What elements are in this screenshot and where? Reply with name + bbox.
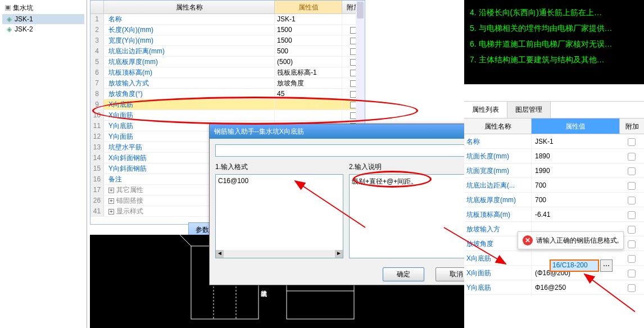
tree-root[interactable]: 集水坑 [2,2,84,14]
property-row[interactable]: 坑底板厚度(mm)700 [464,193,644,207]
property-row[interactable]: 4坑底出边距离(mm)500 [90,46,365,57]
editing-cell[interactable]: 16/C18-200 [550,259,599,272]
checkbox[interactable] [628,153,636,161]
note-line: 7. 主体结构施工要建筑与结构及其他… [470,52,638,67]
property-row[interactable]: 坑面长度(mm)1890 [464,149,644,163]
property-row[interactable]: 9X向底筋 [90,99,365,110]
property-row[interactable]: 5坑底板厚度(mm)(500) [90,57,365,67]
checkbox[interactable] [628,167,636,175]
error-tooltip: ✕ 请输入正确的钢筋信息格式, [518,231,624,249]
tab-properties[interactable]: 属性列表 [464,102,507,118]
property-row[interactable]: 7放坡输入方式放坡角度 [90,78,365,89]
col-name-header: 属性名称 [104,1,275,13]
format-item[interactable]: C16@100 [218,177,341,185]
checkbox[interactable] [628,255,636,263]
ok-button[interactable]: 确定 [383,267,424,281]
note-line: 5. 与电梯相关的埋件均由电梯厂家提供… [470,20,638,36]
property-row[interactable]: 2长度(X向)(mm)1500 [90,25,365,35]
rebar-input-field[interactable] [215,144,477,157]
svg-line-1 [180,235,191,246]
property-row[interactable]: 8放坡角度(°)45 [90,89,365,99]
component-tree: 集水坑 JSK-1 JSK-2 [0,0,87,328]
tab-layers[interactable]: 图层管理 [507,102,551,118]
input-format-list[interactable]: C16@100 ◄► [215,174,343,258]
property-row[interactable]: 6坑板顶标高(m)筏板底标高-1 [90,67,365,78]
desc-item: 级别+直径+@+间距。 [352,177,474,186]
checkbox[interactable] [628,284,636,292]
checkbox[interactable] [628,270,636,277]
col-value-header: 属性值 [532,119,619,134]
tree-item-jsk1[interactable]: JSK-1 [2,14,84,24]
checkbox[interactable] [628,138,636,146]
error-icon: ✕ [523,235,533,245]
svg-text:坑底大半径: 坑底大半径 [261,290,268,297]
dialog-titlebar[interactable]: 钢筋输入助手--集水坑X向底筋 ✕ [210,124,483,139]
property-row[interactable]: 名称JSK-1 [464,134,644,149]
checkbox[interactable] [628,211,636,219]
col-value-header: 属性值 [275,1,342,13]
property-row[interactable]: 坑面宽度(mm)1990 [464,163,644,178]
checkbox[interactable] [628,226,636,234]
cad-notes-panel: 4. 沿楼长向(东西向)通长筋上筋在上… 5. 与电梯相关的埋件均由电梯厂家提供… [464,0,644,84]
checkbox[interactable] [628,197,636,204]
property-row[interactable]: 10X向面筋 [90,110,365,121]
rebar-input-dialog: 钢筋输入助手--集水坑X向底筋 ✕ 1.输入格式 C16@100 ◄► 2.输入… [209,124,483,285]
error-text: 请输入正确的钢筋信息格式, [536,236,619,245]
property-row[interactable]: 1名称JSK-1 [90,14,365,25]
input-desc-label: 2.输入说明 [349,162,477,172]
grid-header: 属性名称 属性值 附加 [90,1,365,14]
tree-item-jsk2[interactable]: JSK-2 [2,24,84,34]
input-desc-list: 级别+直径+@+间距。 [349,174,477,258]
checkbox[interactable] [628,240,636,248]
input-format-label: 1.输入格式 [215,162,343,172]
checkbox[interactable] [628,182,636,190]
col-name-header: 属性名称 [464,119,532,134]
dialog-title-text: 钢筋输入助手--集水坑X向底筋 [214,127,304,136]
cell-ellipsis-button[interactable]: ⋯ [600,259,613,272]
note-line: 6. 电梯井道施工前由电梯厂家核对无误… [470,36,638,52]
horizontal-scrollbar[interactable]: ◄► [216,250,343,258]
property-row[interactable]: Y向底筋Φ16@250 [464,280,644,295]
property-row[interactable]: 坑底出边距离(...700 [464,178,644,193]
property-row[interactable]: 3宽度(Y向)(mm)1500 [90,35,365,46]
property-row[interactable]: 坑板顶标高(m)-6.41 [464,207,644,222]
col-extra-header: 附加 [619,119,644,134]
note-line: 4. 沿楼长向(东西向)通长筋上筋在上… [470,4,638,20]
